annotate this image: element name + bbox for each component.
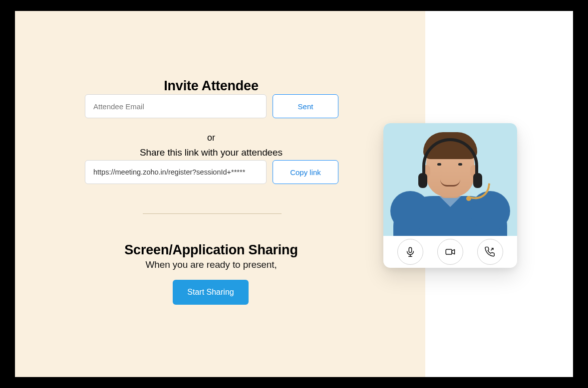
start-sharing-button[interactable]: Start Sharing [173, 280, 249, 305]
svg-marker-4 [452, 249, 455, 254]
attendee-email-input[interactable] [85, 94, 267, 118]
share-link-field[interactable]: https://meeting.zoho.in/register?session… [85, 160, 267, 184]
invite-title: Invite Attendee [15, 78, 407, 94]
invite-email-row: Sent [85, 94, 338, 118]
share-link-text: Share this link with your attendees [15, 147, 407, 158]
section-divider [143, 213, 282, 214]
video-icon [444, 246, 456, 257]
microphone-button[interactable] [397, 239, 423, 265]
microphone-icon [405, 246, 416, 257]
video-widget [383, 123, 517, 268]
video-button[interactable] [437, 239, 463, 265]
phone-icon [485, 246, 496, 257]
share-link-row: https://meeting.zoho.in/register?session… [85, 160, 338, 184]
sharing-title: Screen/Application Sharing [15, 242, 407, 258]
video-thumbnail [383, 123, 517, 236]
sharing-subtitle: When you are ready to present, [15, 259, 407, 270]
svg-rect-0 [409, 247, 412, 252]
phone-button[interactable] [477, 239, 503, 265]
or-label: or [15, 133, 407, 143]
video-controls [383, 236, 517, 268]
sent-button[interactable]: Sent [273, 94, 338, 118]
copy-link-button[interactable]: Copy link [273, 160, 338, 184]
main-panel: Invite Attendee Sent or Share this link … [15, 11, 425, 377]
page-container: Invite Attendee Sent or Share this link … [15, 11, 573, 377]
svg-rect-3 [446, 249, 452, 254]
